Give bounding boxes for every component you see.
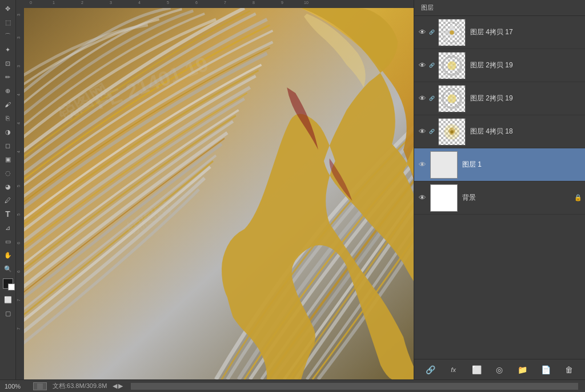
- pen-tool[interactable]: 🖊: [2, 194, 14, 207]
- ruler-corner: [16, 0, 24, 8]
- layer-info-6: 背景: [460, 192, 574, 204]
- zoom-tool[interactable]: 🔍: [2, 262, 14, 275]
- layer-thumb-4: [438, 118, 466, 146]
- artwork-svg: 锐图网 锐图网: [24, 8, 414, 379]
- nav-arrows: ◀ ▶: [113, 382, 123, 390]
- layer-info-5: 图层 1: [460, 159, 583, 171]
- main-area: ✥ ⬚ ⌒ ✦ ⊡ ✏ ⊕ 🖌 ⎘ ◑ ◻ ▣ ◌ ◕ 🖊 T ⊿ ▭ ✋ 🔍 …: [0, 0, 585, 379]
- link-layers-button[interactable]: 🔗: [423, 363, 437, 377]
- canvas-with-rulers: 0 1 2 3 4 5 6 7 8 9 10 3 3: [16, 0, 414, 379]
- layer-row-bg[interactable]: 👁 背景 🔒: [414, 181, 585, 215]
- path-tool[interactable]: ⊿: [2, 221, 14, 234]
- fx-button[interactable]: fx: [447, 363, 460, 377]
- layer-link-4[interactable]: 🔗: [428, 128, 436, 136]
- type-tool[interactable]: T: [2, 208, 14, 220]
- layer-visibility-1[interactable]: 👁: [416, 27, 428, 38]
- layer-row-active[interactable]: 👁 图层 1: [414, 148, 585, 181]
- marquee-tool[interactable]: ⬚: [2, 16, 14, 29]
- layers-tab[interactable]: 图层: [419, 2, 436, 13]
- crop-tool[interactable]: ⊡: [2, 57, 14, 70]
- healing-tool[interactable]: ⊕: [2, 84, 14, 97]
- blur-tool[interactable]: ◌: [2, 167, 14, 179]
- layer-link-2[interactable]: 🔗: [428, 62, 436, 70]
- brush-tool[interactable]: 🖌: [2, 98, 14, 111]
- layers-bottom-toolbar: 🔗 fx ⬜ ◎ 📁 📄 🗑: [414, 359, 585, 379]
- layer-thumb-5: [430, 151, 458, 179]
- artwork-canvas: 锐图网 锐图网 FE 21401 19: [24, 8, 414, 379]
- layer-row[interactable]: 👁 🔗 图层 4拷贝 18: [414, 115, 585, 148]
- layer-link-3[interactable]: 🔗: [428, 95, 436, 103]
- layer-info-3: 图层 2拷贝 19: [468, 92, 583, 104]
- dodge-tool[interactable]: ◕: [2, 180, 14, 193]
- history-tool[interactable]: ◑: [2, 126, 14, 138]
- layers-panel: 图层 👁 🔗 图层 4拷贝: [414, 0, 585, 379]
- layer-name-2: 图层 2拷贝 19: [470, 60, 580, 70]
- svg-point-16: [450, 130, 454, 134]
- eyedropper-tool[interactable]: ✏: [2, 71, 14, 83]
- layer-link-1[interactable]: 🔗: [428, 29, 436, 37]
- layer-row[interactable]: 👁 🔗 图层 2拷贝 19: [414, 82, 585, 115]
- svg-point-4: [450, 30, 454, 35]
- layer-thumb-3: [438, 85, 466, 112]
- layer-row[interactable]: 👁 🔗 图层 2拷贝 19: [414, 49, 585, 82]
- magic-wand-tool[interactable]: ✦: [2, 43, 14, 56]
- layers-panel-header: 图层: [414, 0, 585, 16]
- hand-tool[interactable]: ✋: [2, 249, 14, 261]
- zoom-level: 100%: [5, 383, 27, 390]
- layer-row[interactable]: 👁 🔗 图层 4拷贝 17: [414, 16, 585, 49]
- layer-visibility-2[interactable]: 👁: [416, 60, 428, 71]
- add-mask-button[interactable]: ⬜: [470, 363, 483, 377]
- layer-name-5: 图层 1: [462, 160, 580, 169]
- doc-info: 文档:63.8M/309.8M: [53, 382, 107, 390]
- layer-visibility-5[interactable]: 👁: [416, 159, 428, 171]
- nav-next[interactable]: ▶: [118, 382, 123, 390]
- layer-name-1: 图层 4拷贝 17: [470, 27, 580, 37]
- layer-visibility-6[interactable]: 👁: [416, 192, 428, 204]
- quick-mask-tool[interactable]: ⬜: [2, 293, 14, 306]
- eraser-tool[interactable]: ◻: [2, 139, 14, 152]
- ruler-top: 0 1 2 3 4 5 6 7 8 9 10: [24, 0, 414, 8]
- gradient-tool[interactable]: ▣: [2, 153, 14, 165]
- svg-rect-18: [431, 185, 457, 211]
- layer-info-1: 图层 4拷贝 17: [468, 26, 583, 38]
- zoom-preview: [33, 382, 47, 390]
- layer-thumb-6: [430, 184, 458, 212]
- shape-tool[interactable]: ▭: [2, 235, 14, 248]
- canvas-wrapper: 0 1 2 3 4 5 6 7 8 9 10 3 3: [16, 0, 585, 379]
- move-tool[interactable]: ✥: [2, 2, 14, 15]
- canvas-row: 3 3 3 4 4 4 5 5 6 6 7 7: [16, 8, 414, 379]
- new-group-button[interactable]: 📁: [516, 363, 530, 377]
- top-ruler-row: 0 1 2 3 4 5 6 7 8 9 10: [16, 0, 414, 8]
- duplicate-layer-button[interactable]: 📄: [539, 363, 552, 377]
- layer-thumb-2: [438, 52, 466, 79]
- screen-mode[interactable]: ▢: [2, 307, 14, 320]
- status-bar: 100% 文档:63.8M/309.8M ◀ ▶: [0, 379, 585, 392]
- scrollbar-track[interactable]: [131, 383, 578, 390]
- layer-info-4: 图层 4拷贝 18: [468, 126, 583, 138]
- layer-name-6: 背景: [462, 193, 571, 203]
- layer-lock-icon: 🔒: [574, 193, 583, 203]
- layer-name-3: 图层 2拷贝 19: [470, 94, 580, 103]
- nav-prev[interactable]: ◀: [113, 382, 117, 390]
- foreground-color[interactable]: [3, 278, 13, 289]
- clone-tool[interactable]: ⎘: [2, 112, 14, 124]
- layer-name-4: 图层 4拷贝 18: [470, 127, 580, 136]
- layers-list: 👁 🔗 图层 4拷贝 17: [414, 16, 585, 359]
- svg-rect-17: [431, 152, 457, 178]
- left-toolbar: ✥ ⬚ ⌒ ✦ ⊡ ✏ ⊕ 🖌 ⎘ ◑ ◻ ▣ ◌ ◕ 🖊 T ⊿ ▭ ✋ 🔍 …: [0, 0, 16, 379]
- doc-size-label: 文档:63.8M/309.8M: [53, 382, 107, 390]
- layer-thumb-1: [438, 19, 466, 46]
- delete-layer-button[interactable]: 🗑: [562, 363, 576, 377]
- lasso-tool[interactable]: ⌒: [2, 30, 14, 42]
- layer-visibility-3[interactable]: 👁: [416, 93, 428, 104]
- ruler-left: 3 3 3 4 4 4 5 5 6 6 7 7: [16, 8, 24, 379]
- layer-visibility-4[interactable]: 👁: [416, 126, 428, 138]
- adjustment-button[interactable]: ◎: [492, 363, 506, 377]
- layer-info-2: 图层 2拷贝 19: [468, 59, 583, 71]
